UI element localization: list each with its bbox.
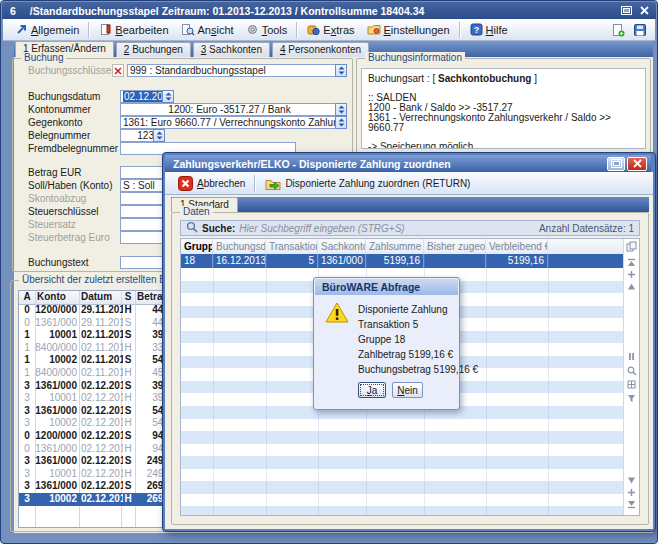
column-header-bisher[interactable]: Bisher zugeordnet	[424, 239, 486, 254]
buchungsinformation-groupbox: Buchungsinformation Buchungsart : [ Sach…	[356, 58, 651, 154]
window-title: /Standardbuchungsstapel Zeitraum: 01.201…	[30, 5, 424, 17]
restore-icon[interactable]	[607, 157, 625, 171]
gegenkonto-field[interactable]: 1361: Euro 9660.77 / Verrechnungskonto Z…	[120, 116, 339, 129]
menu-item-einstellungen[interactable]: Einstellungen	[361, 21, 456, 38]
restore-icon[interactable]	[619, 5, 633, 17]
menu-item-tools[interactable]: Tools	[240, 21, 294, 38]
column-header-gruppe[interactable]: Gruppe	[181, 239, 213, 254]
dropdown-spinner-icon[interactable]	[335, 116, 347, 129]
plus-icon[interactable]	[626, 269, 637, 280]
filter-icon[interactable]	[626, 393, 637, 404]
column-separator	[213, 254, 214, 515]
column-header-zahlsumme[interactable]: Zahlsumme €	[366, 239, 424, 254]
main-titlebar: 6 /Standardbuchungsstapel Zeitraum: 01.2…	[2, 2, 656, 19]
menu-item-extras[interactable]: Extras	[301, 21, 360, 38]
cell-verbleibend: 5199,16	[486, 254, 548, 268]
cell: 1	[19, 354, 35, 366]
table-row[interactable]: 1816.12.2013 /Mo51361/0005199,165199,16	[181, 254, 623, 268]
cell: 1361/000	[35, 443, 77, 455]
tab-2-buchungen[interactable]: 2 Buchungen	[116, 42, 191, 57]
grid-icon[interactable]	[626, 379, 637, 390]
ja-button[interactable]: Ja	[358, 382, 386, 398]
search-bar[interactable]: Suche: Hier Suchbegriff eingeben (STRG+S…	[180, 220, 640, 236]
cell: 0	[19, 317, 35, 329]
cell: 29.11.2013	[81, 317, 123, 329]
cell: 0	[19, 304, 35, 316]
menu-item-bearbeiten[interactable]: Bearbeiten	[93, 21, 174, 38]
cell: 10002	[35, 354, 77, 366]
cell: 02.12.2013	[81, 392, 123, 404]
column-header-buchungsdatum[interactable]: Buchungsdatum	[213, 239, 266, 254]
dropdown-spinner-icon[interactable]	[335, 103, 347, 116]
save-icon[interactable]	[633, 23, 647, 37]
spinner-icon[interactable]	[153, 129, 165, 142]
cell: 3	[19, 405, 35, 417]
close-icon[interactable]	[627, 157, 647, 171]
help-icon: ?	[470, 23, 483, 36]
toolbar-separator	[254, 175, 256, 192]
column-header-sachkonto[interactable]: Sachkonto	[318, 239, 366, 254]
column-header-verbleibend[interactable]: Verbleibend €	[486, 239, 548, 254]
search-input[interactable]: Hier Suchbegriff eingeben (STRG+S)	[239, 223, 404, 234]
message-line: Zahlbetrag 5199,16 €	[358, 349, 453, 361]
cell: 02.12.2013	[81, 493, 123, 505]
clear-field-button[interactable]	[112, 64, 124, 77]
close-icon[interactable]	[637, 5, 651, 17]
nein-button[interactable]: Nein	[392, 382, 423, 398]
cell-zahlsumme: 5199,16	[366, 254, 424, 268]
cell: 1361/000	[35, 317, 77, 329]
cell: 8400/000	[35, 367, 77, 379]
grid-scroll-gutter	[623, 239, 639, 515]
cell: 1361/000	[35, 380, 77, 392]
empty-row	[181, 469, 623, 482]
cell: 02.12.2013	[81, 430, 123, 442]
menu-item-label: Allgemein	[31, 24, 79, 36]
menu-item-label: Einstellungen	[384, 24, 450, 36]
buchungsdatum-field[interactable]: 02.12.2013	[120, 90, 166, 103]
spinner-icon[interactable]	[162, 90, 174, 103]
cell: 3	[19, 493, 35, 505]
extras-icon	[307, 23, 320, 36]
assign-icon	[265, 176, 281, 190]
soll-haben-konto--label: Soll/Haben (Konto)	[28, 179, 113, 192]
down-icon[interactable]	[626, 475, 637, 486]
menu-item-ansicht[interactable]: Ansicht	[175, 21, 240, 38]
belegnummer-field[interactable]: 123	[120, 129, 157, 142]
spinner-icon[interactable]	[335, 64, 347, 77]
cell: 02.12.2013	[81, 417, 123, 429]
copy-icon[interactable]	[626, 241, 637, 252]
column-header-transaktion[interactable]: Transaktion	[266, 239, 318, 254]
kontonummer-label: Kontonummer	[28, 103, 91, 116]
buchungsschlüssel-field[interactable]: 999 : Standardbuchungsstapel	[127, 64, 339, 77]
new-document-icon[interactable]	[611, 23, 625, 37]
empty-row	[181, 444, 623, 457]
kontonummer-field[interactable]: 1200: Euro -3517.27 / Bank	[120, 103, 339, 116]
cell: 3	[19, 480, 35, 492]
up-icon[interactable]	[626, 281, 637, 292]
cell-buchungsdatum: 16.12.2013 /Mo	[213, 254, 266, 268]
cell: 3	[19, 392, 35, 404]
buchungstext-label: Buchungstext	[28, 256, 89, 269]
scroll-bottom-icon[interactable]	[626, 499, 637, 510]
buchungsdatum-label: Buchungsdatum	[28, 90, 100, 103]
buchungsinformation-groupbox-label: Buchungsinformation	[365, 52, 465, 63]
abbrechen-button[interactable]: Abbrechen	[173, 174, 250, 193]
cell: 1200/000	[35, 304, 77, 316]
cell: 0	[19, 430, 35, 442]
cell: 1	[19, 342, 35, 354]
column-header-a: A	[19, 291, 35, 303]
zoom-icon[interactable]	[626, 365, 637, 376]
zuordnen-button[interactable]: Disponierte Zahlung zuordnen (RETURN)	[260, 174, 475, 192]
tab-4-personenkonten[interactable]: 4 Personenkonten	[272, 42, 369, 57]
plus-icon[interactable]	[626, 487, 637, 498]
svg-text:?: ?	[473, 25, 479, 35]
column-header-datum: Datum	[81, 291, 123, 303]
menu-right-icons	[611, 23, 647, 37]
menu-item-allgemein[interactable]: Allgemein	[9, 21, 85, 38]
daten-groupbox-label: Daten	[180, 206, 213, 217]
tab-3-sachkonten[interactable]: 3 Sachkonten	[193, 42, 270, 57]
scroll-top-icon[interactable]	[626, 257, 637, 268]
pause-icon[interactable]	[626, 351, 637, 362]
cell: 02.11.2013	[81, 342, 123, 354]
menu-item-hilfe[interactable]: ?Hilfe	[464, 21, 514, 38]
